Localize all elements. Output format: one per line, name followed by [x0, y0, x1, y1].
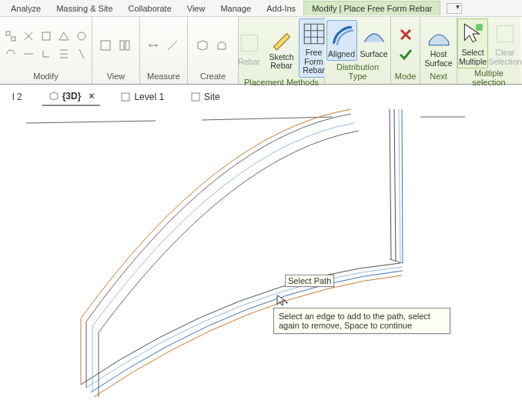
panel-title: Create — [191, 72, 235, 82]
menu-context[interactable]: Modify | Place Free Form Rebar — [303, 1, 440, 15]
svg-line-18 — [402, 109, 403, 263]
host-surface-button[interactable]: Host Surface — [423, 21, 454, 69]
select-path-label: Select Path — [285, 275, 334, 287]
model-drawing — [0, 109, 522, 420]
cube-icon — [49, 91, 59, 102]
panel-title: Measure — [143, 72, 184, 82]
view-tab-3d[interactable]: {3D} × — [42, 88, 101, 106]
menu-bar: Analyze Massing & Site Collaborate View … — [0, 0, 522, 17]
panel-title: Modify — [3, 72, 89, 82]
tool-icon[interactable] — [2, 28, 19, 45]
surface-label: Surface — [360, 50, 387, 59]
svg-rect-1 — [12, 37, 15, 41]
tool-icon[interactable] — [55, 28, 72, 45]
svg-rect-2 — [42, 32, 50, 40]
tab-label: l 2 — [12, 92, 22, 102]
menu-view[interactable]: View — [179, 2, 213, 15]
svg-line-15 — [390, 109, 391, 259]
view-icon[interactable] — [116, 37, 133, 54]
panel-next: Host Surface Next — [420, 17, 457, 84]
tool-icon[interactable] — [73, 45, 90, 62]
svg-line-12 — [26, 121, 156, 123]
panel-title: Placement Methods — [242, 78, 321, 88]
svg-line-23 — [390, 259, 403, 263]
view-tabs: l 2 {3D} × Level 1 Site — [0, 86, 522, 108]
cursor-plus-icon — [460, 21, 486, 47]
panel-mode: Mode — [391, 17, 420, 84]
create-icon[interactable] — [213, 37, 230, 54]
surface-button[interactable]: Surface — [359, 21, 390, 61]
svg-rect-4 — [101, 41, 110, 50]
sketch-rebar-button[interactable]: Sketch Rebar — [266, 24, 297, 72]
tool-icon[interactable] — [38, 28, 55, 45]
svg-point-3 — [78, 32, 85, 40]
svg-rect-7 — [241, 35, 257, 51]
tab-label: {3D} — [62, 91, 82, 102]
select-multiple-button[interactable]: Select Multiple — [457, 18, 488, 68]
measure-icon[interactable] — [145, 37, 162, 54]
ribbon: Modify View Measure Create — [0, 17, 522, 85]
context-dropdown[interactable] — [447, 3, 462, 14]
panel-title: Mode — [394, 72, 417, 82]
clear-icon — [492, 21, 518, 47]
modify-tool-grid — [2, 28, 90, 62]
select-multiple-label: Select Multiple — [459, 48, 487, 66]
menu-manage[interactable]: Manage — [212, 2, 259, 15]
view-icon[interactable] — [97, 37, 114, 54]
tooltip: Select an edge to add to the path, selec… — [273, 308, 450, 334]
freeform-label: Free Form Rebar — [303, 48, 326, 75]
tool-icon[interactable] — [55, 45, 72, 62]
view-tab-partial[interactable]: l 2 — [6, 88, 28, 105]
clear-selection-button: Clear Selection — [490, 19, 520, 68]
panel-placement: Rebar Sketch Rebar Free Form Rebar Place… — [239, 17, 325, 84]
create-icon[interactable] — [194, 37, 211, 54]
tool-icon[interactable] — [38, 45, 55, 62]
host-surface-label: Host Surface — [424, 50, 452, 68]
sketch-label: Sketch Rebar — [269, 53, 293, 71]
svg-rect-6 — [125, 41, 129, 50]
tool-icon[interactable] — [20, 45, 37, 62]
svg-rect-5 — [120, 41, 124, 50]
finish-icon[interactable] — [398, 47, 413, 64]
tool-icon[interactable] — [2, 45, 19, 62]
menu-addins[interactable]: Add-Ins — [259, 2, 303, 15]
host-surface-icon — [426, 22, 452, 48]
svg-line-13 — [202, 117, 333, 120]
panel-distribution: Aligned Surface Distribution Type — [325, 17, 391, 84]
menu-collaborate[interactable]: Collaborate — [121, 2, 179, 15]
rebar-label: Rebar — [238, 58, 260, 67]
view-tab-level1[interactable]: Level 1 — [114, 88, 170, 105]
svg-rect-10 — [122, 93, 129, 101]
panel-title: Distribution Type — [328, 62, 387, 82]
cancel-icon[interactable] — [398, 27, 413, 44]
svg-rect-11 — [192, 93, 199, 101]
svg-rect-9 — [497, 25, 513, 42]
panel-title: Next — [423, 72, 453, 82]
sheet-icon — [190, 92, 201, 102]
svg-line-17 — [399, 109, 400, 262]
svg-rect-0 — [6, 32, 10, 35]
menu-analyze[interactable]: Analyze — [3, 2, 49, 15]
aligned-button[interactable]: Aligned — [326, 20, 357, 62]
clear-label: Clear Selection — [488, 48, 521, 66]
close-icon[interactable]: × — [89, 91, 94, 102]
svg-rect-8 — [476, 24, 483, 31]
panel-title: Multiple selection — [460, 68, 517, 88]
menu-massing[interactable]: Massing & Site — [49, 2, 120, 15]
tab-label: Level 1 — [134, 92, 164, 102]
measure-icon[interactable] — [164, 37, 181, 54]
tool-icon[interactable] — [73, 28, 90, 45]
view-tab-site[interactable]: Site — [184, 88, 226, 105]
aligned-icon — [329, 22, 355, 48]
panel-multiple: Select Multiple Clear Selection Multiple… — [457, 17, 520, 84]
tool-icon[interactable] — [20, 28, 37, 45]
panel-view: View — [92, 17, 140, 84]
panel-modify: Modify — [0, 17, 92, 84]
surface-icon — [361, 22, 387, 48]
panel-title: View — [95, 72, 136, 82]
drawing-canvas[interactable]: Select Path + Select an edge to add to t… — [0, 109, 522, 420]
svg-line-16 — [394, 109, 396, 261]
sheet-icon — [120, 92, 131, 102]
rebar-button: Rebar — [234, 28, 265, 68]
grid-curve-icon — [301, 21, 327, 47]
